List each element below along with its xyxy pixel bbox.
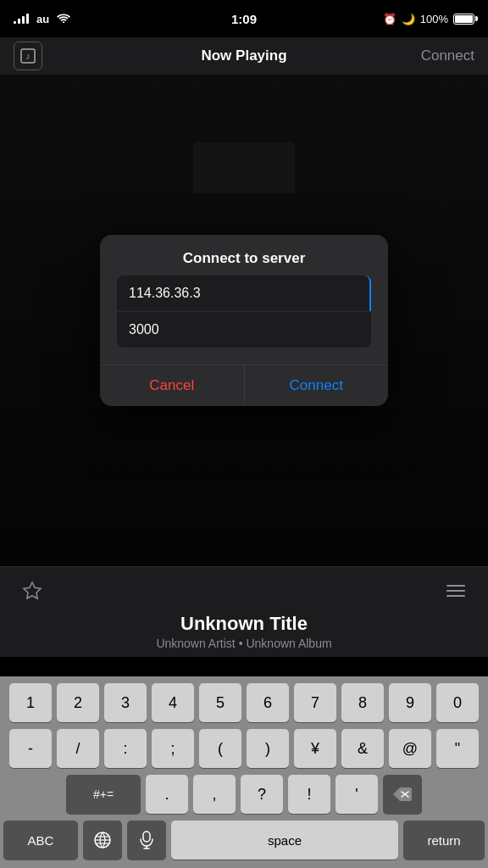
key-abc[interactable]: ABC xyxy=(3,821,78,860)
cancel-button[interactable]: Cancel xyxy=(100,365,245,406)
nav-left: ♪ xyxy=(14,42,42,70)
key-colon[interactable]: : xyxy=(104,729,147,768)
svg-text:♪: ♪ xyxy=(25,51,30,61)
carrier-label: au xyxy=(36,13,49,25)
wifi-icon xyxy=(57,12,70,25)
key-slash[interactable]: / xyxy=(57,729,99,768)
key-semicolon[interactable]: ; xyxy=(152,729,194,768)
svg-rect-11 xyxy=(143,832,150,842)
key-yen[interactable]: ¥ xyxy=(294,729,336,768)
key-5[interactable]: 5 xyxy=(199,683,241,722)
connect-nav-button[interactable]: Connect xyxy=(421,47,474,64)
key-open-paren[interactable]: ( xyxy=(199,729,241,768)
key-2[interactable]: 2 xyxy=(57,683,99,722)
nav-bar: ♪ Now Playing Connect xyxy=(0,37,488,75)
signal-icon xyxy=(14,14,29,24)
key-4[interactable]: 4 xyxy=(152,683,194,722)
key-microphone[interactable] xyxy=(127,821,166,860)
keyboard: 1 2 3 4 5 6 7 8 9 0 - / : ; ( ) ¥ & @ " … xyxy=(0,676,488,868)
key-ampersand[interactable]: & xyxy=(341,729,384,768)
key-6[interactable]: 6 xyxy=(247,683,289,722)
connect-button[interactable]: Connect xyxy=(245,365,389,406)
moon-icon: 🌙 xyxy=(402,13,415,25)
key-close-paren[interactable]: ) xyxy=(247,729,289,768)
dialog-fields xyxy=(100,275,388,358)
dialog-title: Connect to server xyxy=(183,250,306,266)
status-time: 1:09 xyxy=(231,12,257,26)
svg-point-0 xyxy=(63,21,64,23)
key-at[interactable]: @ xyxy=(389,729,431,768)
track-subtitle: Unknown Artist • Unknown Album xyxy=(17,637,471,650)
key-1[interactable]: 1 xyxy=(9,683,52,722)
port-input[interactable] xyxy=(117,312,371,348)
battery-icon xyxy=(453,14,474,25)
key-question[interactable]: ? xyxy=(241,775,283,814)
player-area: Unknown Title Unknown Artist • Unknown A… xyxy=(0,566,488,657)
delete-key[interactable] xyxy=(383,775,422,814)
key-period[interactable]: . xyxy=(146,775,188,814)
key-8[interactable]: 8 xyxy=(341,683,384,722)
dialog-overlay: Connect to server Cancel Connect xyxy=(0,75,488,566)
music-library-icon[interactable]: ♪ xyxy=(14,42,42,70)
track-title: Unknown Title xyxy=(17,613,471,635)
status-left: au xyxy=(14,12,70,25)
player-icons-row xyxy=(17,576,471,606)
keyboard-row-symbols: - / : ; ( ) ¥ & @ " xyxy=(3,729,485,768)
keyboard-bottom-row: ABC space return xyxy=(3,821,485,860)
status-bar: au 1:09 ⏰ 🌙 100% xyxy=(0,0,488,37)
key-quote[interactable]: " xyxy=(436,729,479,768)
battery-percent: 100% xyxy=(420,13,448,25)
main-content: Connect to server Cancel Connect xyxy=(0,75,488,566)
keyboard-row-special: #+= . , ? ! ' xyxy=(3,775,485,814)
key-7[interactable]: 7 xyxy=(294,683,336,722)
server-address-input[interactable] xyxy=(117,275,371,311)
keyboard-row-numbers: 1 2 3 4 5 6 7 8 9 0 xyxy=(3,683,485,722)
dialog-buttons: Cancel Connect xyxy=(100,364,388,406)
key-exclaim[interactable]: ! xyxy=(288,775,330,814)
key-dash[interactable]: - xyxy=(9,729,52,768)
key-comma[interactable]: , xyxy=(193,775,236,814)
key-3[interactable]: 3 xyxy=(104,683,147,722)
svg-marker-3 xyxy=(24,582,41,598)
dialog-title-area: Connect to server xyxy=(100,235,388,275)
battery-fill xyxy=(455,15,473,23)
key-globe[interactable] xyxy=(83,821,122,860)
menu-button[interactable] xyxy=(441,576,471,606)
key-9[interactable]: 9 xyxy=(389,683,431,722)
alarm-icon: ⏰ xyxy=(383,13,396,25)
status-right: ⏰ 🌙 100% xyxy=(383,13,474,25)
favorite-button[interactable] xyxy=(17,576,47,606)
key-0[interactable]: 0 xyxy=(436,683,479,722)
key-space[interactable]: space xyxy=(171,821,398,860)
nav-title: Now Playing xyxy=(201,47,286,64)
key-apostrophe[interactable]: ' xyxy=(336,775,378,814)
key-return[interactable]: return xyxy=(403,821,485,860)
key-hashtag-mode[interactable]: #+= xyxy=(66,775,141,814)
connect-dialog: Connect to server Cancel Connect xyxy=(100,235,388,406)
